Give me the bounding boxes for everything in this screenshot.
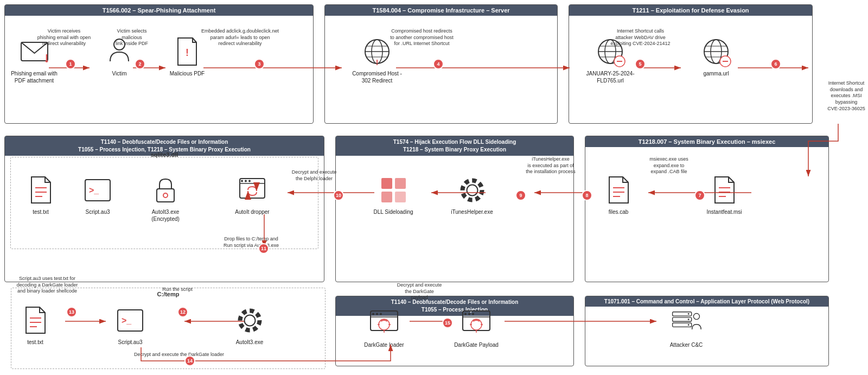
- desc-4: Compromised host redirectsto another com…: [380, 28, 464, 47]
- globe-minus-icon-2: [700, 35, 732, 68]
- doc-icon-1: [24, 174, 57, 206]
- step-1: 1: [65, 59, 76, 69]
- doc-icon-2: [602, 174, 635, 206]
- script-au3-top-label: Script.au3: [73, 208, 122, 215]
- step-15: 15: [442, 317, 453, 328]
- desc-decrypt-darkgate: Decrypt and executethe DarkGatepayload: [390, 282, 449, 301]
- svg-rect-46: [157, 189, 174, 202]
- step-2: 2: [135, 59, 145, 69]
- svg-point-75: [376, 313, 378, 315]
- dll-icon: [377, 174, 410, 206]
- node-script-au3-bot: >_ Script.au3: [106, 304, 155, 346]
- svg-rect-55: [381, 192, 392, 202]
- node-itunes-helper: iTunesHelper.exe: [448, 174, 496, 215]
- phishing-email-label: Phishing email with PDF attachment: [10, 70, 59, 84]
- svg-rect-56: [395, 192, 406, 202]
- svg-point-84: [468, 313, 470, 315]
- malicious-pdf-label: Malicious PDF: [163, 70, 212, 77]
- compromised-host-label: Compromised Host -302 Redirect: [347, 70, 407, 84]
- doc-icon-4: [19, 304, 52, 336]
- node-darkgate-loader: DarkGate loader: [357, 307, 411, 348]
- script-au3-bot-label: Script.au3: [106, 339, 155, 346]
- svg-point-70: [244, 315, 255, 326]
- darkgate-loader-label: DarkGate loader: [357, 341, 411, 348]
- desc-internet-shortcut: Internet Shortcutdownloads andexecutes .…: [814, 80, 868, 112]
- gear-icon-2: [233, 304, 266, 336]
- section-header-compromise-infra: T1584.004 – Compromise Infrastructure – …: [325, 5, 557, 16]
- jan-url-label: JANUARY-25-2024-FLD765.url: [575, 70, 646, 84]
- browser-bug-icon-1: [368, 307, 400, 339]
- desc-5: Internet Shortcut callsattacker WebDAV d…: [596, 28, 685, 47]
- node-attacker-cc: Attacker C&C: [656, 307, 716, 348]
- desc-msiexec-expand: msiexec.exe usesexpand.exe toexpand .CAB…: [634, 156, 704, 175]
- instantfeat-msi-label: Instantfeat.msi: [700, 208, 749, 215]
- step-13: 13: [66, 307, 77, 317]
- svg-point-74: [372, 313, 374, 315]
- node-autoit-enc: AutoIt3.exe (Encrypted): [138, 174, 193, 223]
- autoit-enc-label: AutoIt3.exe (Encrypted): [138, 208, 193, 223]
- test-txt-top-label: test.txt: [16, 208, 65, 215]
- svg-point-71: [240, 310, 259, 330]
- attacker-cc-label: Attacker C&C: [656, 341, 716, 348]
- step-6: 6: [770, 59, 781, 69]
- test-txt-bot-label: test.txt: [11, 339, 60, 346]
- desc-decrypt-loader: Decrypt and execute the DarkGate loader: [119, 352, 239, 358]
- darkgate-payload-label: DarkGate Payload: [449, 341, 503, 348]
- svg-point-57: [467, 185, 477, 195]
- svg-point-58: [462, 180, 482, 200]
- step-4: 4: [433, 59, 444, 69]
- step-12: 12: [177, 307, 188, 317]
- desc-1: Victim receivesphishing email with openr…: [37, 28, 91, 47]
- step-7: 7: [694, 190, 705, 201]
- step-5: 5: [635, 59, 646, 69]
- autoit-exe-label: AutoIt3.exe: [225, 339, 274, 346]
- svg-point-93: [688, 313, 690, 315]
- gamma-url-label: gamma.url: [692, 70, 741, 77]
- victim-label: Victim: [95, 70, 144, 77]
- browser-bug-icon-2: [460, 307, 493, 339]
- node-autoit-dropper: AutoIt dropper: [228, 174, 277, 215]
- svg-rect-53: [381, 178, 392, 189]
- svg-text:!: !: [186, 47, 189, 58]
- desc-drop-files: Drop files to C:/temp andRun script via …: [216, 236, 286, 249]
- svg-text:>_: >_: [122, 316, 132, 325]
- node-script-au3-top: >_ Script.au3: [73, 174, 122, 215]
- desc-2: Victim selectsmaliciouslink inside PDF: [107, 28, 156, 47]
- svg-point-95: [688, 324, 690, 326]
- server-person-icon: [670, 307, 703, 339]
- files-cab-label: files.cab: [594, 208, 643, 215]
- svg-point-47: [163, 193, 168, 198]
- itunes-helper-label: iTunesHelper.exe: [448, 208, 496, 215]
- desc-3: Embedded adclick.g.doubleclick.netparam …: [198, 28, 282, 47]
- node-darkgate-payload: DarkGate Payload: [449, 307, 503, 348]
- step-11: 11: [258, 243, 269, 254]
- desc-itunes-install: iTunesHelper.exeis executed as part ofth…: [515, 156, 586, 175]
- svg-rect-54: [395, 178, 406, 189]
- step-10: 10: [333, 190, 344, 201]
- node-autoit-exe: AutoIt3.exe: [225, 304, 274, 346]
- node-gamma-url: gamma.url: [692, 35, 741, 77]
- section-header-defense-evasion: T1211 – Exploitation for Defense Evasion: [569, 5, 812, 16]
- svg-point-96: [693, 313, 699, 319]
- step-8: 8: [582, 190, 592, 201]
- svg-point-51: [245, 180, 247, 182]
- browser-refresh-icon: [236, 174, 269, 206]
- node-files-cab: files.cab: [594, 174, 643, 215]
- node-dll-sideloading: DLL Sideloading: [369, 174, 418, 215]
- dll-sideloading-label: DLL Sideloading: [369, 208, 418, 215]
- step-14: 14: [184, 355, 195, 366]
- desc-run-script: Run the script: [153, 287, 202, 293]
- gear-icon-1: [456, 174, 488, 206]
- terminal-icon-2: >_: [114, 304, 146, 336]
- node-test-txt-bot: test.txt: [11, 304, 60, 346]
- svg-text:>_: >_: [89, 186, 99, 195]
- desc-decrypt-delphi: Decrypt and executethe Delphi loader: [284, 169, 344, 182]
- svg-text:!: !: [376, 58, 379, 67]
- autoit-dropper-label: AutoIt dropper: [228, 208, 277, 215]
- desc-script-decode: Script.au3 uses test.txt fordecoding a D…: [12, 276, 82, 295]
- step-9: 9: [515, 190, 526, 201]
- svg-point-83: [464, 313, 467, 315]
- lock-icon: [149, 174, 182, 206]
- terminal-icon-1: >_: [81, 174, 114, 206]
- section-header-hijack-dll: T1574 – Hijack Execution Flow DLL Sidelo…: [336, 136, 573, 156]
